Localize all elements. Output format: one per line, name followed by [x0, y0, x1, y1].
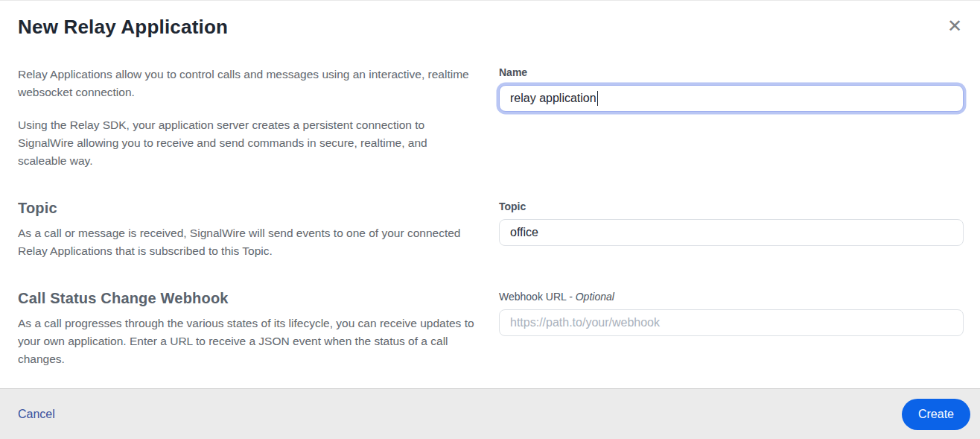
topic-text-block: Topic As a call or message is received, …	[18, 200, 477, 260]
webhook-section-description: As a call progresses through the various…	[18, 315, 477, 368]
row-intro: Relay Applications allow you to control …	[18, 66, 964, 170]
name-input-value: relay application	[510, 92, 596, 105]
intro-text-block: Relay Applications allow you to control …	[18, 66, 477, 170]
topic-field-label: Topic	[499, 200, 964, 212]
webhook-section-heading: Call Status Change Webhook	[18, 290, 477, 307]
page-title: New Relay Application	[18, 16, 962, 39]
modal-body: Relay Applications allow you to control …	[0, 66, 980, 368]
name-input[interactable]: relay application	[499, 85, 964, 112]
name-field-label: Name	[499, 66, 964, 78]
webhook-url-input[interactable]	[499, 309, 964, 336]
create-button[interactable]: Create	[902, 399, 970, 430]
close-icon: ✕	[947, 16, 962, 36]
webhook-field-label: Webhook URL - Optional	[499, 291, 964, 303]
modal-footer: Cancel Create	[0, 388, 980, 439]
topic-input[interactable]	[499, 219, 964, 246]
topic-field-group: Topic	[499, 200, 964, 246]
topic-section-heading: Topic	[18, 200, 477, 217]
webhook-field-group: Webhook URL - Optional	[499, 290, 964, 336]
text-cursor	[597, 91, 599, 106]
row-topic: Topic As a call or message is received, …	[18, 200, 964, 260]
webhook-text-block: Call Status Change Webhook As a call pro…	[18, 290, 477, 368]
webhook-optional-label: Optional	[576, 291, 614, 303]
close-button[interactable]: ✕	[944, 16, 965, 37]
row-webhook: Call Status Change Webhook As a call pro…	[18, 290, 964, 368]
topic-section-description: As a call or message is received, Signal…	[18, 224, 477, 260]
modal-header: New Relay Application ✕	[0, 1, 980, 39]
intro-paragraph-1: Relay Applications allow you to control …	[18, 66, 477, 101]
name-field-group: Name relay application	[499, 66, 964, 112]
cancel-button[interactable]: Cancel	[18, 408, 55, 421]
intro-paragraph-2: Using the Relay SDK, your application se…	[18, 116, 477, 170]
